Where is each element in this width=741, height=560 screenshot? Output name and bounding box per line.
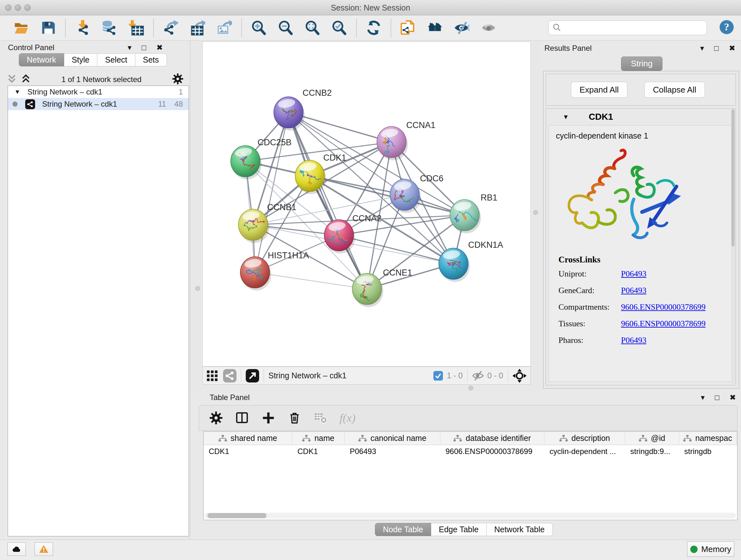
export-table-button[interactable] [189,18,206,37]
column-header-namespac[interactable]: namespac [679,432,737,445]
control-panel-close-icon[interactable]: ✖ [156,44,163,51]
network-node-CCNB1[interactable]: CCNB1 [239,202,296,243]
network-node-HIST1H1A[interactable]: HIST1H1A [240,251,309,291]
crosslink-link[interactable]: P06493 [621,286,646,295]
tab-edge-table[interactable]: Edge Table [431,523,487,536]
export-image-button[interactable] [216,18,233,37]
refresh-view-button[interactable] [365,18,382,37]
detach-view-icon[interactable] [246,369,259,382]
grid-view-icon[interactable] [206,370,218,381]
network-node-CCNB2[interactable]: CCNB2 [274,88,332,131]
search-input[interactable] [562,23,706,32]
collapse-all-button[interactable]: Collapse All [644,82,705,98]
control-panel-float-icon[interactable]: □ [142,44,146,51]
network-canvas[interactable]: CCNB2 CCNA1 CDC25B CDK1 [202,42,531,367]
network-node-CCNA1[interactable]: CCNA1 [377,120,435,160]
results-panel-close-icon[interactable]: ✖ [729,44,735,52]
tab-node-table[interactable]: Node Table [375,523,431,536]
save-session-button[interactable] [40,18,57,37]
network-options-gear-icon[interactable] [172,73,183,85]
main-toolbar: ? [0,15,741,41]
column-header-canonical-name[interactable]: canonical name [345,432,441,445]
left-splitter-handle[interactable] [195,286,200,291]
share-view-icon[interactable] [223,369,237,382]
memory-button[interactable]: Memory [687,542,734,557]
protein-expander-icon[interactable]: ▼ [562,113,569,121]
tab-network-table[interactable]: Network Table [486,523,553,536]
table-panel-close-icon[interactable]: ✖ [730,394,736,401]
crosslink-row: Uniprot:P06493 [558,269,733,279]
network-node-RB1[interactable]: RB1 [450,193,497,233]
table-options-gear-icon[interactable] [209,411,223,425]
collection-row[interactable]: ▼ String Network – cdk1 1 [8,86,189,98]
import-table-from-file-button[interactable] [128,18,145,37]
export-network-button[interactable] [162,18,179,37]
crosslink-link[interactable]: 9606.ENSP00000378699 [621,319,705,328]
table-panel-menu-icon[interactable]: ▾ [701,394,704,401]
results-panel-float-icon[interactable]: □ [714,44,719,52]
toolbar-separator [241,18,242,37]
warnings-button[interactable] [35,543,53,556]
import-network-from-file-button[interactable] [74,18,91,37]
column-header-label: namespac [695,434,732,443]
show-columns-icon[interactable] [235,411,250,425]
results-panel-menu-icon[interactable]: ▾ [700,44,704,52]
node-label: CCNE1 [383,268,412,277]
tab-style[interactable]: Style [64,53,98,66]
crosslink-link[interactable]: P06493 [621,269,646,279]
attribute-type-icon [302,435,311,442]
zoom-in-button[interactable] [250,18,267,37]
birds-eye-navigator-icon[interactable] [513,369,527,383]
network-edge[interactable] [288,112,367,289]
show-all-button[interactable] [480,18,497,37]
import-network-from-database-button[interactable] [101,18,118,37]
crosslink-row: Tissues:9606.ENSP00000378699 [558,319,733,328]
function-builder-icon[interactable]: f(x) [340,411,355,425]
hide-selected-button[interactable] [453,18,470,37]
column-header-shared-name[interactable]: shared name [204,432,292,445]
bottom-splitter-handle[interactable] [468,386,473,390]
control-panel-menu-icon[interactable]: ▾ [128,44,131,51]
expand-all-button[interactable]: Expand All [571,82,627,98]
delete-column-icon[interactable] [287,411,302,425]
network-overview-button[interactable] [426,18,444,37]
network-node-CCNE1[interactable]: CCNE1 [352,268,412,307]
right-splitter-handle[interactable] [533,210,538,215]
column-header-database-identifier[interactable]: database identifier [441,432,544,445]
results-scrollbar[interactable] [731,109,735,384]
add-column-icon[interactable] [261,411,276,425]
table-row[interactable]: CDK1CDK1P064939606.ENSP00000378699cyclin… [204,445,737,458]
selected-checkbox-icon[interactable] [433,371,443,381]
tab-string[interactable]: String [621,57,663,71]
table-cell: P06493 [345,447,441,456]
cloud-button[interactable] [7,543,26,556]
column-header-name[interactable]: name [292,432,345,445]
network-node-CDKN1A[interactable]: CDKN1A [439,240,503,282]
delete-table-icon[interactable] [313,411,328,425]
collection-count: 1 [179,87,183,97]
zoom-fit-button[interactable] [304,18,321,37]
collapse-all-networks-icon[interactable] [7,73,17,86]
collection-expander-icon[interactable]: ▼ [14,88,20,96]
houses-icon [427,20,443,36]
zoom-selected-button[interactable] [331,18,348,37]
zoom-out-button[interactable] [277,18,294,37]
tab-select[interactable]: Select [97,53,135,66]
network-edge[interactable] [255,112,288,272]
tab-network[interactable]: Network [19,53,64,66]
help-button[interactable]: ? [719,19,734,35]
network-edge[interactable] [255,272,367,289]
crosslink-link[interactable]: P06493 [621,335,646,345]
search-field[interactable] [548,20,707,35]
table-horizontal-scrollbar[interactable] [204,513,736,518]
table-panel-float-icon[interactable]: □ [715,394,720,401]
column-header--id[interactable]: @id [625,432,679,445]
crosslink-link[interactable]: 9606.ENSP00000378699 [621,302,705,312]
node-table: shared namenamecanonical namedatabase id… [203,431,738,520]
duplicate-network-button[interactable] [400,18,417,37]
tab-sets[interactable]: Sets [135,53,167,66]
open-session-button[interactable] [13,18,30,37]
column-header-description[interactable]: description [544,432,625,445]
expand-all-networks-icon[interactable] [21,73,30,86]
network-row[interactable]: String Network – cdk1 11 48 [8,98,189,110]
